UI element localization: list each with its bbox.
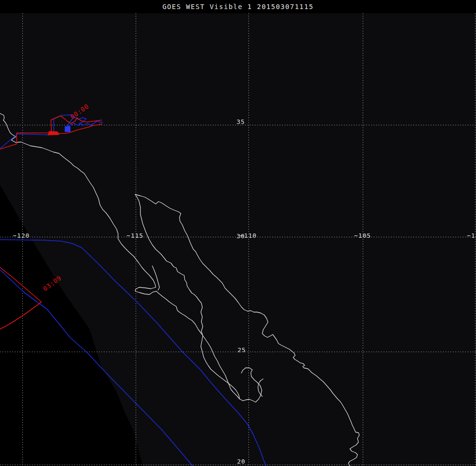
- lat-label-25: 25: [238, 347, 246, 353]
- lat-label-20: 20: [237, 458, 246, 465]
- lon-label-105: −105: [354, 233, 371, 239]
- image-title: GOES WEST Visible 1 201503071115: [0, 3, 476, 10]
- goes-west-satellite-viewer: GOES WEST Visible 1 201503071115 35 30 2…: [0, 0, 476, 466]
- title-bar: GOES WEST Visible 1 201503071115: [0, 0, 476, 13]
- lon-label-110: −110: [240, 233, 257, 239]
- blue-position-marker: [65, 126, 70, 132]
- lat-label-35: 35: [237, 119, 245, 125]
- lon-label-100-clipped: −1: [467, 233, 476, 239]
- lon-label-120: −120: [13, 233, 30, 239]
- lon-label-115: −115: [127, 233, 143, 239]
